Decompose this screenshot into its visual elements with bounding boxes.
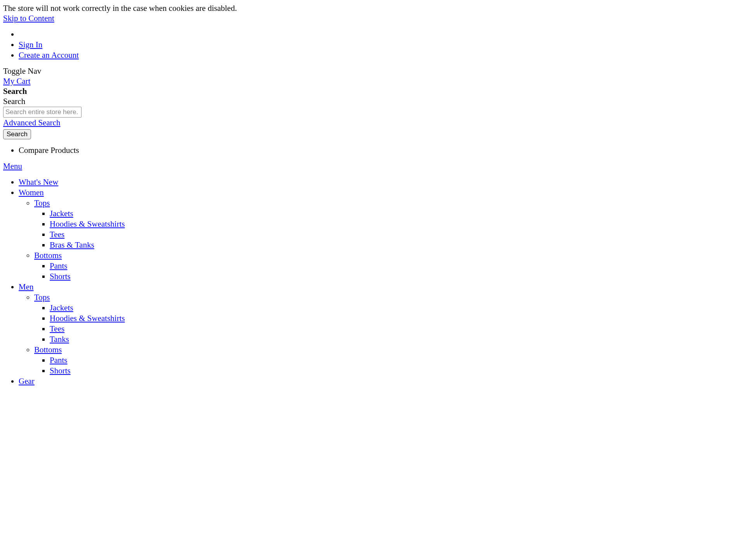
search-button[interactable]: Search bbox=[3, 129, 31, 139]
nav-women-tops-jackets[interactable]: Jackets bbox=[50, 209, 73, 218]
main-nav: What's New Women Tops Jackets Hoodies & … bbox=[3, 177, 753, 386]
nav-women-tops-bras-tanks[interactable]: Bras & Tanks bbox=[50, 240, 94, 250]
nav-women-bottoms[interactable]: Bottoms bbox=[34, 251, 62, 260]
cookie-notice: The store will not work correctly in the… bbox=[3, 3, 753, 13]
search-input[interactable] bbox=[3, 107, 81, 118]
nav-whats-new[interactable]: What's New bbox=[19, 177, 58, 187]
compare-list: Compare Products bbox=[3, 146, 753, 155]
nav-women[interactable]: Women bbox=[19, 188, 44, 197]
sign-in-link[interactable]: Sign In bbox=[19, 40, 42, 49]
nav-men-tops-jackets[interactable]: Jackets bbox=[50, 303, 73, 312]
nav-men-tops-tees[interactable]: Tees bbox=[50, 324, 64, 333]
nav-women-tops[interactable]: Tops bbox=[34, 198, 50, 208]
nav-men-tops[interactable]: Tops bbox=[34, 293, 50, 302]
compare-products-item: Compare Products bbox=[19, 146, 753, 155]
create-account-link[interactable]: Create an Account bbox=[19, 50, 79, 60]
nav-women-tops-hoodies[interactable]: Hoodies & Sweatshirts bbox=[50, 219, 125, 229]
nav-women-tops-tees[interactable]: Tees bbox=[50, 230, 64, 239]
menu-link[interactable]: Menu bbox=[3, 161, 753, 171]
nav-men[interactable]: Men bbox=[19, 282, 34, 291]
nav-men-bottoms-shorts[interactable]: Shorts bbox=[50, 366, 71, 375]
my-cart-link[interactable]: My Cart bbox=[3, 76, 753, 86]
nav-women-bottoms-pants[interactable]: Pants bbox=[50, 261, 68, 270]
nav-men-bottoms-pants[interactable]: Pants bbox=[50, 355, 68, 365]
skip-to-content-link[interactable]: Skip to Content bbox=[3, 14, 753, 23]
header-link-empty bbox=[19, 29, 753, 39]
nav-men-bottoms[interactable]: Bottoms bbox=[34, 345, 62, 354]
nav-gear[interactable]: Gear bbox=[19, 376, 35, 386]
header-links-list: Sign In Create an Account bbox=[3, 29, 753, 60]
toggle-nav-label: Toggle Nav bbox=[3, 66, 753, 76]
nav-men-tops-hoodies[interactable]: Hoodies & Sweatshirts bbox=[50, 314, 125, 323]
nav-women-bottoms-shorts[interactable]: Shorts bbox=[50, 272, 71, 281]
search-label: Search bbox=[3, 97, 753, 106]
search-heading: Search bbox=[3, 87, 753, 96]
advanced-search-link[interactable]: Advanced Search bbox=[3, 118, 753, 128]
nav-men-tops-tanks[interactable]: Tanks bbox=[50, 335, 69, 344]
